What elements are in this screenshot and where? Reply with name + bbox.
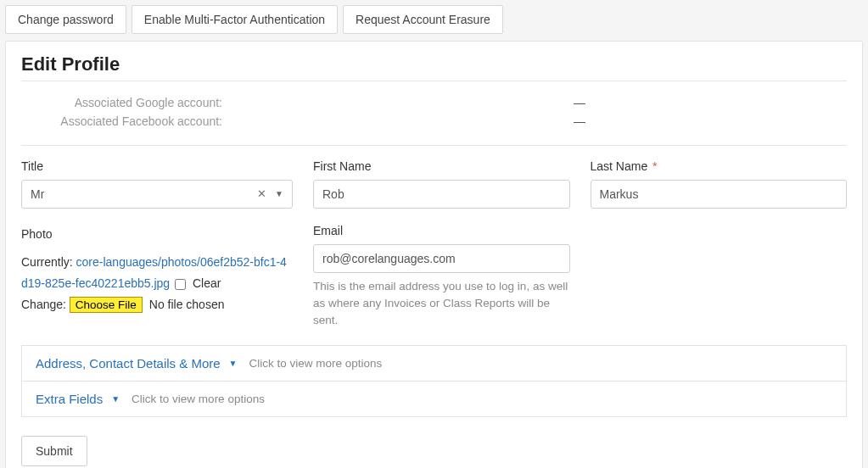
email-input[interactable]	[313, 244, 570, 273]
enable-mfa-button[interactable]: Enable Multi-Factor Authentication	[132, 5, 338, 34]
accordion-address-sub: Click to view more options	[249, 357, 383, 370]
last-name-label: Last Name *	[591, 159, 848, 173]
associated-facebook-value: —	[229, 112, 585, 131]
photo-clear-checkbox[interactable]	[175, 279, 186, 290]
photo-clear-label: Clear	[193, 276, 221, 290]
associated-accounts: Associated Google account: — Associated …	[21, 93, 847, 146]
photo-currently-label: Currently:	[21, 255, 73, 269]
clear-selection-icon[interactable]: ✕	[257, 187, 266, 200]
accordion-address[interactable]: Address, Contact Details & More ▼ Click …	[22, 346, 846, 382]
associated-google-label: Associated Google account:	[21, 93, 229, 112]
email-help-text: This is the email address you use to log…	[313, 278, 570, 330]
details-accordion: Address, Contact Details & More ▼ Click …	[21, 345, 847, 417]
top-nav: Change password Enable Multi-Factor Auth…	[5, 5, 863, 34]
accordion-extra-fields[interactable]: Extra Fields ▼ Click to view more option…	[22, 382, 846, 416]
required-star-icon: *	[652, 159, 657, 173]
choose-file-button[interactable]: Choose File	[70, 297, 143, 313]
first-name-input[interactable]	[313, 180, 570, 209]
no-file-chosen-text: No file chosen	[149, 298, 225, 311]
page-title: Edit Profile	[21, 53, 847, 81]
chevron-down-icon: ▼	[229, 359, 238, 368]
title-label: Title	[21, 159, 293, 173]
change-password-button[interactable]: Change password	[5, 5, 126, 34]
title-value: Mr	[31, 187, 44, 201]
chevron-down-icon[interactable]: ▼	[275, 189, 283, 198]
request-erasure-button[interactable]: Request Account Erasure	[343, 5, 503, 34]
edit-profile-panel: Edit Profile Associated Google account: …	[5, 41, 863, 468]
last-name-label-text: Last Name	[591, 159, 648, 173]
accordion-extra-title: Extra Fields	[36, 392, 103, 406]
submit-button[interactable]: Submit	[21, 436, 87, 466]
first-name-label: First Name	[313, 159, 570, 173]
associated-google-value: —	[229, 93, 585, 112]
chevron-down-icon: ▼	[111, 394, 120, 404]
title-select[interactable]: Mr ✕ ▼	[21, 180, 293, 209]
accordion-address-title: Address, Contact Details & More	[36, 356, 221, 370]
photo-label: Photo	[21, 224, 293, 245]
associated-facebook-label: Associated Facebook account:	[21, 112, 229, 131]
email-label: Email	[313, 224, 570, 237]
last-name-input[interactable]	[591, 180, 848, 209]
photo-change-label: Change:	[21, 298, 66, 311]
accordion-extra-sub: Click to view more options	[132, 393, 265, 405]
